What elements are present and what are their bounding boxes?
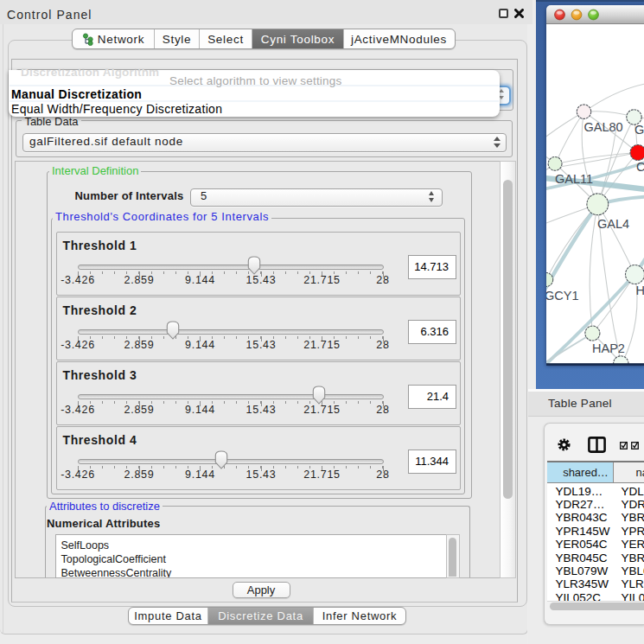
svg-text:GAL4: GAL4 [597, 216, 629, 230]
svg-text:HS: HS [635, 283, 644, 296]
svg-text:GCY1: GCY1 [546, 288, 579, 302]
svg-text:HAP2: HAP2 [592, 341, 625, 355]
svg-text:GAL11: GAL11 [555, 171, 593, 185]
svg-text:CY: CY [636, 160, 644, 174]
svg-text:GAL80: GAL80 [583, 119, 622, 133]
svg-text:G.: G. [634, 123, 644, 137]
